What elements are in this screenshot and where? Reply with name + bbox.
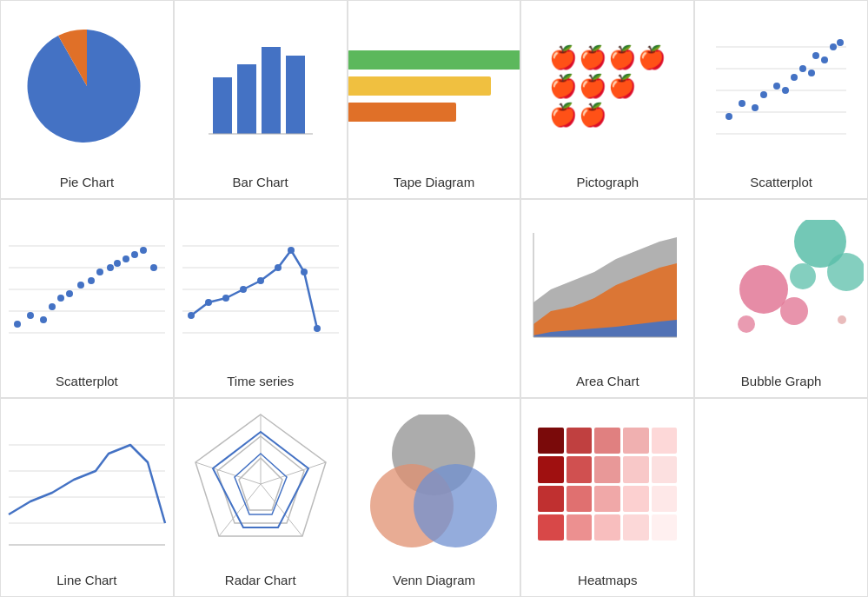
heatmaps-label: Heatmaps bbox=[578, 569, 637, 587]
svg-point-20 bbox=[821, 56, 828, 63]
heat-cell bbox=[567, 428, 593, 454]
scatterplot-2-svg bbox=[4, 224, 169, 346]
pie-chart-cell: Pie Chart bbox=[0, 0, 174, 199]
apple-icon: 🍎 bbox=[638, 44, 666, 71]
svg-point-36 bbox=[96, 269, 103, 275]
svg-point-49 bbox=[205, 299, 212, 306]
venn-diagram-cell: Venn Diagram bbox=[348, 398, 521, 597]
svg-point-21 bbox=[830, 43, 837, 50]
apple-icon: 🍎 bbox=[579, 73, 606, 100]
tape-container bbox=[348, 33, 521, 139]
bar-chart-area bbox=[175, 1, 347, 171]
svg-point-56 bbox=[314, 325, 321, 332]
heat-cell bbox=[538, 514, 564, 541]
heat-cell bbox=[538, 428, 564, 454]
svg-point-40 bbox=[131, 251, 138, 258]
apple-icon: 🍎 bbox=[608, 73, 636, 100]
apple-icon: 🍎 bbox=[579, 102, 606, 129]
tape-diagram-label: Tape Diagram bbox=[394, 171, 474, 189]
empty-cell-2 bbox=[694, 398, 868, 597]
empty-area-2 bbox=[695, 399, 867, 587]
svg-point-86 bbox=[414, 464, 497, 547]
line-chart-cell: Line Chart bbox=[0, 398, 174, 597]
svg-point-64 bbox=[790, 263, 816, 289]
heat-cell bbox=[594, 514, 620, 541]
pictograph-cell: 🍎 🍎 🍎 🍎 🍎 🍎 🍎 🍎 🍎 Pictograph bbox=[520, 0, 694, 199]
heat-cell bbox=[538, 486, 564, 512]
radar-chart-svg bbox=[182, 406, 339, 562]
svg-point-68 bbox=[838, 315, 846, 324]
svg-rect-2 bbox=[262, 47, 281, 134]
bar-chart-svg bbox=[204, 34, 317, 138]
picto-row-2: 🍎 🍎 🍎 bbox=[549, 73, 666, 100]
time-series-label: Time series bbox=[227, 370, 294, 388]
venn-diagram-svg bbox=[355, 415, 512, 554]
bubble-graph-area bbox=[695, 200, 867, 370]
svg-point-17 bbox=[799, 65, 806, 72]
svg-point-37 bbox=[107, 264, 114, 271]
scatterplot-1-label: Scatterplot bbox=[750, 171, 812, 189]
svg-point-13 bbox=[760, 91, 767, 98]
picto-row-1: 🍎 🍎 🍎 🍎 bbox=[549, 44, 666, 71]
svg-line-81 bbox=[195, 462, 261, 484]
svg-point-41 bbox=[140, 247, 147, 254]
svg-point-67 bbox=[738, 315, 755, 333]
bubble-graph-svg bbox=[699, 220, 864, 350]
svg-line-78 bbox=[261, 462, 326, 484]
heat-cell bbox=[623, 428, 649, 454]
svg-point-54 bbox=[288, 247, 295, 254]
radar-chart-cell: Radar Chart bbox=[174, 398, 348, 597]
tape-diagram-cell: Tape Diagram bbox=[348, 0, 521, 199]
svg-point-16 bbox=[791, 74, 798, 81]
apple-icon: 🍎 bbox=[549, 44, 577, 71]
svg-point-29 bbox=[27, 312, 34, 319]
tape-diagram-area bbox=[348, 1, 520, 171]
svg-point-15 bbox=[782, 87, 789, 94]
heat-cell bbox=[623, 486, 649, 512]
bubble-graph-cell: Bubble Graph bbox=[694, 199, 868, 398]
picto-row-3: 🍎 🍎 bbox=[549, 102, 666, 129]
heatmaps-cell: Heatmaps bbox=[520, 398, 694, 597]
time-series-svg bbox=[178, 224, 343, 346]
svg-point-38 bbox=[114, 260, 121, 267]
radar-chart-label: Radar Chart bbox=[225, 569, 296, 587]
svg-point-32 bbox=[57, 295, 64, 302]
venn-diagram-area bbox=[348, 399, 520, 569]
apple-icon: 🍎 bbox=[608, 44, 636, 71]
svg-rect-3 bbox=[286, 56, 305, 134]
heatmaps-area bbox=[521, 399, 693, 569]
svg-rect-0 bbox=[213, 77, 232, 134]
chart-grid: Pie Chart Bar Chart Tape Diagram bbox=[0, 0, 868, 597]
svg-point-51 bbox=[240, 286, 247, 293]
heat-cell bbox=[652, 514, 678, 541]
tape-row-3 bbox=[348, 103, 456, 122]
scatterplot-1-cell: Scatterplot bbox=[694, 0, 868, 199]
bar-chart-label: Bar Chart bbox=[233, 171, 288, 189]
svg-point-12 bbox=[752, 104, 759, 111]
svg-rect-1 bbox=[237, 64, 256, 134]
area-chart-cell: Area Chart bbox=[520, 199, 694, 398]
pie-chart-label: Pie Chart bbox=[60, 171, 115, 189]
bubble-graph-label: Bubble Graph bbox=[741, 370, 822, 388]
svg-point-33 bbox=[66, 290, 73, 297]
picto-container: 🍎 🍎 🍎 🍎 🍎 🍎 🍎 🍎 🍎 bbox=[540, 36, 674, 137]
apple-icon: 🍎 bbox=[579, 44, 606, 71]
scatterplot-1-area bbox=[695, 1, 867, 171]
area-chart-area bbox=[521, 200, 693, 370]
pie-chart-svg bbox=[26, 25, 148, 147]
heat-cell bbox=[538, 456, 564, 482]
tape-row-1 bbox=[348, 50, 521, 70]
scatterplot-2-cell: Scatterplot bbox=[0, 199, 174, 398]
bar-chart-cell: Bar Chart bbox=[174, 0, 348, 199]
scatterplot-2-label: Scatterplot bbox=[56, 370, 118, 388]
time-series-area bbox=[175, 200, 347, 370]
svg-point-65 bbox=[739, 265, 788, 314]
heat-cell bbox=[652, 428, 678, 454]
line-chart-area bbox=[1, 399, 173, 569]
heat-cell bbox=[567, 486, 593, 512]
heat-cell bbox=[567, 514, 593, 541]
svg-point-11 bbox=[739, 100, 745, 107]
svg-point-39 bbox=[123, 255, 129, 262]
heat-cell bbox=[652, 486, 678, 512]
pictograph-area: 🍎 🍎 🍎 🍎 🍎 🍎 🍎 🍎 🍎 bbox=[521, 1, 693, 171]
